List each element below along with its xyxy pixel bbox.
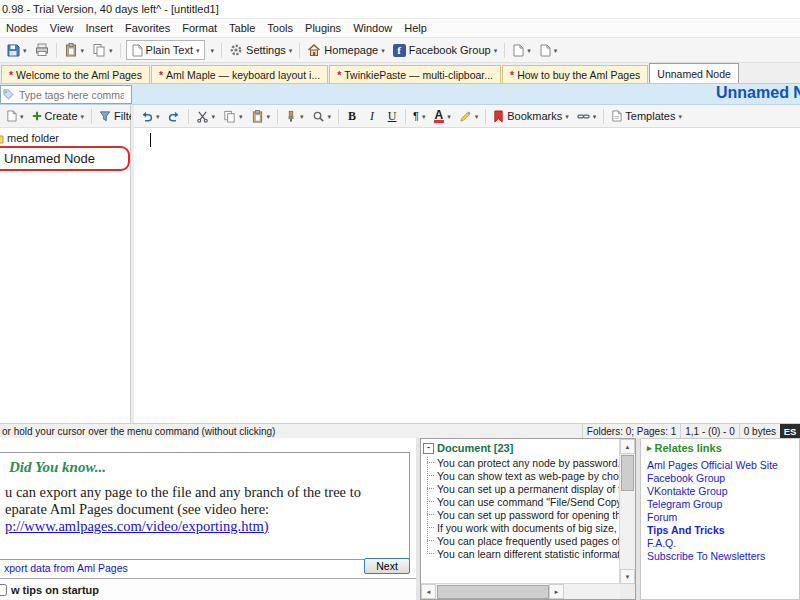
tip-item[interactable]: You can set up a permanent display of fr… — [421, 482, 620, 495]
tip-url-link[interactable]: p://www.amlpages.com/video/exporting.htm… — [5, 518, 403, 535]
tab-unnamed-node[interactable]: Unnamed Node — [649, 63, 739, 83]
paste-button-editor[interactable]: ▾ — [247, 105, 275, 127]
font-color-button[interactable]: A ▾ — [430, 105, 455, 127]
tip-item[interactable]: You can protect any node by password. Se… — [421, 456, 620, 469]
paragraph-button[interactable]: ¶ ▾ — [409, 105, 429, 127]
tip-item-label: You can set up password for opening the … — [437, 509, 620, 521]
text-mode-value: Plain Text — [146, 44, 194, 56]
tip-item[interactable]: If you work with documents of big size, … — [421, 521, 620, 534]
tab-twinkiepaste[interactable]: * TwinkiePaste — multi-clipboar... — [329, 65, 501, 83]
vertical-scrollbar[interactable]: ▲ ▼ — [619, 439, 635, 584]
tags-input[interactable] — [17, 88, 126, 102]
brush-icon — [285, 110, 297, 123]
menu-window[interactable]: Window — [347, 21, 398, 35]
clipboard-tools-button[interactable]: ▾ — [88, 39, 117, 62]
scroll-left-icon[interactable]: ◄ — [421, 584, 436, 599]
page-tools-button[interactable]: ▾ — [508, 39, 535, 62]
redo-icon — [168, 110, 181, 123]
collapse-icon[interactable]: - — [423, 443, 434, 454]
facebook-group-button[interactable]: f Facebook Group ▾ — [389, 39, 501, 62]
tab-welcome[interactable]: * Welcome to the Aml Pages — [1, 65, 150, 83]
copy-button[interactable]: ▾ — [219, 105, 247, 127]
bold-button[interactable]: B — [342, 105, 362, 127]
tip-item-label: You can use command "File/Send Copy" for… — [437, 496, 620, 508]
templates-button[interactable]: Templates ▾ — [607, 105, 686, 127]
language-indicator[interactable]: ES — [780, 424, 800, 438]
text-mode-combobox[interactable]: Plain Text ▾ — [126, 40, 205, 60]
print-button[interactable] — [31, 39, 53, 62]
tree-branch-line — [427, 527, 434, 528]
template-icon — [611, 110, 622, 122]
menu-table[interactable]: Table — [223, 21, 261, 35]
new-page-button[interactable]: ▾ — [2, 105, 28, 128]
tip-item[interactable]: You can show text as web-page by choosin… — [421, 469, 620, 482]
chevron-down-icon: ▾ — [678, 113, 682, 120]
folder-label: med folder — [7, 132, 59, 144]
insert-link-button[interactable]: ▾ — [573, 105, 601, 127]
tips-tree-list: You can protect any node by password. Se… — [421, 456, 620, 584]
create-button[interactable]: Create ▾ — [28, 105, 89, 128]
tab-aml-maple[interactable]: * Aml Maple — keyboard layout i... — [151, 65, 328, 83]
link-forum[interactable]: Forum — [647, 511, 799, 524]
next-tip-button[interactable]: Next — [364, 558, 410, 574]
text-editor[interactable] — [134, 128, 800, 423]
save-button[interactable]: ▾ — [2, 39, 31, 62]
tab-label: Aml Maple — keyboard layout i... — [166, 69, 320, 81]
settings-button[interactable]: Settings ▾ — [225, 39, 296, 62]
menu-plugins[interactable]: Plugins — [299, 21, 347, 35]
scrollbar-thumb[interactable] — [621, 455, 634, 491]
document-tools-button[interactable]: ▾ — [535, 39, 562, 62]
tree-node-selected[interactable]: Unnamed Node — [0, 146, 130, 171]
menu-favorites[interactable]: Favorites — [119, 21, 176, 35]
scroll-down-icon[interactable]: ▼ — [620, 569, 635, 584]
horizontal-scrollbar[interactable]: ◄ ► — [421, 583, 620, 599]
link-subscribe[interactable]: Subscribe To Newsletters — [647, 550, 799, 563]
tip-item[interactable]: You can use command "File/Send Copy" for… — [421, 495, 620, 508]
find-button[interactable]: ▾ — [308, 105, 336, 127]
menu-format[interactable]: Format — [176, 21, 223, 35]
link-facebook-group[interactable]: Facebook Group — [647, 472, 799, 485]
chevron-down-icon: ▾ — [565, 113, 569, 120]
menu-help[interactable]: Help — [398, 21, 433, 35]
font-color-icon: A — [434, 110, 445, 123]
chevron-down-icon: ▾ — [23, 47, 27, 54]
link-tips-and-tricks[interactable]: Tips And Tricks — [647, 524, 799, 537]
export-data-link[interactable]: xport data from Aml Pages — [4, 562, 128, 574]
tips-tree-header[interactable]: - Document [23] — [421, 439, 635, 457]
menu-insert[interactable]: Insert — [79, 21, 119, 35]
link-official-site[interactable]: Aml Pages Official Web Site — [647, 459, 799, 472]
new-page-icon — [6, 110, 17, 122]
folder-icon — [0, 132, 4, 144]
link-vkontakte-group[interactable]: VKontakte Group — [647, 485, 799, 498]
cut-button[interactable]: ▾ — [192, 105, 220, 127]
scrollbar-thumb[interactable] — [437, 585, 549, 599]
menu-nodes[interactable]: Nodes — [0, 21, 44, 35]
redo-button[interactable] — [164, 105, 185, 127]
link-telegram-group[interactable]: Telegram Group — [647, 498, 799, 511]
link-faq[interactable]: F.A.Q. — [647, 537, 799, 550]
tree-folder-row[interactable]: med folder — [0, 132, 59, 144]
undo-button[interactable]: ▾ — [136, 105, 164, 127]
chevron-down-icon: ▾ — [593, 113, 597, 120]
menu-view[interactable]: View — [44, 21, 80, 35]
startup-option-row: w tips on startup — [0, 578, 416, 600]
menu-tools[interactable]: Tools — [261, 21, 299, 35]
show-tips-checkbox[interactable] — [0, 584, 7, 596]
tip-item[interactable]: You can learn different statistic inform… — [421, 547, 620, 560]
house-icon — [307, 43, 321, 57]
paste-button[interactable]: ▾ — [60, 39, 89, 62]
text-mode-options-button[interactable]: ▾ — [207, 39, 219, 62]
highlight-button[interactable]: ▾ — [455, 105, 483, 127]
format-painter-button[interactable]: ▾ — [281, 105, 308, 127]
tip-item[interactable]: You can set up password for opening the … — [421, 508, 620, 521]
modified-marker: * — [9, 69, 13, 81]
homepage-button[interactable]: Homepage ▾ — [303, 39, 388, 62]
tip-item[interactable]: You can place frequently used pages of a… — [421, 534, 620, 547]
tab-how-to-buy[interactable]: * How to buy the Aml Pages — [502, 65, 648, 83]
page-icon — [539, 44, 551, 57]
bookmarks-button[interactable]: Bookmarks ▾ — [489, 105, 573, 127]
italic-button[interactable]: I — [362, 105, 382, 127]
underline-button[interactable]: U — [382, 105, 402, 127]
scroll-up-icon[interactable]: ▲ — [620, 439, 635, 454]
scroll-right-icon[interactable]: ► — [549, 584, 564, 599]
